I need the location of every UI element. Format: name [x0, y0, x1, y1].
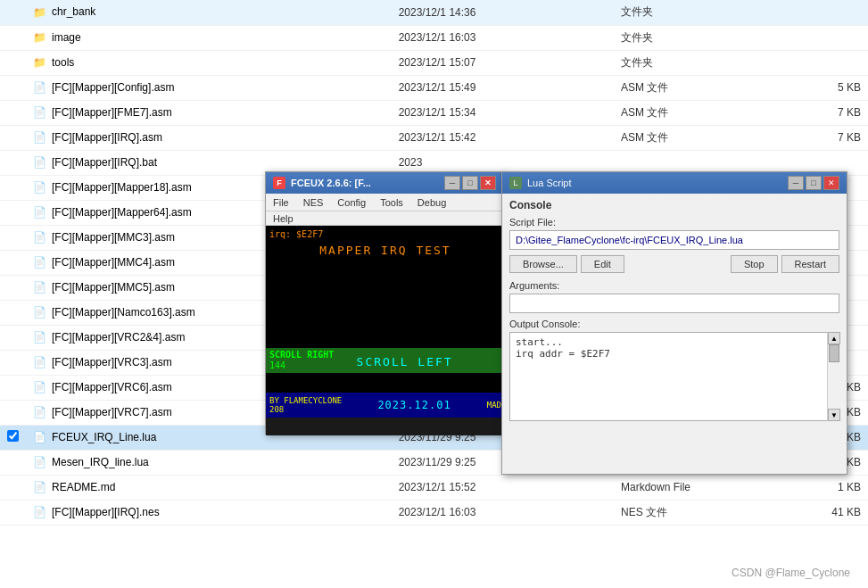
- fceux-helpbar: Help: [266, 211, 503, 226]
- table-row[interactable]: 📁tools2023/12/1 15:07文件夹: [0, 50, 868, 75]
- file-name-text: [FC][Mapper][IRQ].nes: [52, 506, 160, 518]
- file-name-text: [FC][Mapper][IRQ].bat: [52, 156, 157, 169]
- lua-buttons-row: Browse... Edit Stop Restart: [509, 255, 839, 273]
- file-name-text: [FC][Mapper][IRQ].asm: [52, 131, 162, 144]
- file-date-cell: 2023/12/1 16:03: [392, 500, 614, 525]
- lua-scrollbar[interactable]: ▲ ▼: [827, 332, 839, 421]
- lua-edit-button[interactable]: Edit: [581, 255, 624, 273]
- file-size-cell: 1 KB: [773, 475, 868, 500]
- lua-title-text: Lua Script: [527, 178, 788, 188]
- fceux-menu-file[interactable]: File: [269, 195, 293, 210]
- folder-icon: 📁: [33, 6, 46, 19]
- fceux-close-btn[interactable]: ✕: [480, 176, 496, 190]
- lua-script-file-label: Script File:: [509, 217, 839, 228]
- bat-icon: 📄: [33, 156, 46, 169]
- file-name-text: [FC][Mapper][Config].asm: [52, 81, 174, 94]
- md-icon: 📄: [33, 481, 46, 493]
- row-checkbox[interactable]: [7, 430, 19, 442]
- file-name-cell: 📄[FC][Mapper][FME7].asm: [26, 100, 392, 125]
- file-name-cell: 📄[FC][Mapper][IRQ].asm: [26, 125, 392, 150]
- lua-scrollbar-thumb[interactable]: [829, 344, 839, 362]
- fceux-menu-help[interactable]: Help: [269, 211, 297, 226]
- table-row[interactable]: 📁chr_bank2023/12/1 14:36文件夹: [0, 0, 868, 25]
- fceux-menu-nes[interactable]: NES: [300, 195, 327, 210]
- lua-icon: 📄: [33, 431, 46, 443]
- file-name-text: [FC][Mapper][VRC2&4].asm: [52, 331, 185, 344]
- fceux-scroll-num: 144: [269, 360, 285, 370]
- table-row[interactable]: 📄[FC][Mapper][IRQ].nes2023/12/1 16:03NES…: [0, 500, 868, 525]
- file-date-cell: 2023/12/1 15:52: [392, 475, 614, 500]
- folder-icon: 📁: [33, 31, 46, 44]
- asm-icon: 📄: [33, 331, 46, 344]
- output-line: irq addr = $E2F7: [516, 348, 823, 360]
- file-name-cell: 📄README.md: [26, 475, 392, 500]
- folder-icon: 📁: [33, 56, 46, 69]
- table-row[interactable]: 📄README.md2023/12/1 15:52Markdown File1 …: [0, 475, 868, 500]
- file-date-cell: 2023/12/1 16:03: [392, 25, 614, 50]
- file-name-text: tools: [52, 56, 74, 69]
- file-name-text: FCEUX_IRQ_Line.lua: [52, 431, 156, 443]
- file-name-text: README.md: [52, 481, 115, 493]
- fceux-window-controls: ─ □ ✕: [444, 176, 496, 190]
- fceux-bottom-right: MAD: [487, 401, 501, 410]
- file-name-text: [FC][Mapper][VRC7].asm: [52, 406, 172, 418]
- file-date-cell: 2023/12/1 14:36: [392, 0, 614, 25]
- lua-output-console: start...irq addr = $E2F7: [509, 332, 839, 421]
- fceux-menu-tools[interactable]: Tools: [376, 195, 407, 210]
- file-type-cell: ASM 文件: [614, 100, 773, 125]
- file-size-cell: 7 KB: [773, 100, 868, 125]
- asm-icon: 📄: [33, 406, 46, 418]
- file-date-cell: 2023/12/1 15:07: [392, 50, 614, 75]
- lua-scrollbar-up[interactable]: ▲: [828, 332, 840, 344]
- fceux-window: F FCEUX 2.6.6: [F... ─ □ ✕ File NES Conf…: [265, 171, 504, 435]
- fceux-maximize-btn[interactable]: □: [462, 176, 478, 190]
- fceux-bottom-num: 208: [269, 405, 342, 414]
- file-name-text: [FC][Mapper][Mapper64].asm: [52, 206, 192, 219]
- asm-icon: 📄: [33, 281, 46, 294]
- table-row[interactable]: 📁image2023/12/1 16:03文件夹: [0, 25, 868, 50]
- file-name-text: [FC][Mapper][Namco163].asm: [52, 306, 195, 319]
- fceux-title-text: FCEUX 2.6.6: [F...: [291, 178, 444, 188]
- lua-titlebar: L Lua Script ─ □ ✕: [502, 172, 847, 194]
- file-name-text: [FC][Mapper][FME7].asm: [52, 106, 172, 119]
- fceux-menu-config[interactable]: Config: [334, 195, 369, 210]
- asm-icon: 📄: [33, 206, 46, 219]
- table-row[interactable]: 📄[FC][Mapper][IRQ].asm2023/12/1 15:42ASM…: [0, 125, 868, 150]
- file-size-cell: 7 KB: [773, 125, 868, 150]
- lua-close-btn[interactable]: ✕: [823, 176, 839, 190]
- lua-script-window: L Lua Script ─ □ ✕ Console Script File: …: [501, 171, 847, 475]
- lua-restart-button[interactable]: Restart: [781, 255, 839, 273]
- lua-minimize-btn[interactable]: ─: [788, 176, 804, 190]
- fceux-title-icon: F: [273, 177, 285, 189]
- file-type-cell: NES 文件: [614, 500, 773, 525]
- nes-icon: 📄: [33, 506, 46, 518]
- asm-icon: 📄: [33, 106, 46, 119]
- file-type-cell: ASM 文件: [614, 125, 773, 150]
- fceux-minimize-btn[interactable]: ─: [444, 176, 460, 190]
- file-name-cell: 📄Mesen_IRQ_line.lua: [26, 450, 392, 475]
- lua-scrollbar-down[interactable]: ▼: [828, 409, 840, 421]
- lua-arguments-input[interactable]: [509, 294, 839, 313]
- asm-icon: 📄: [33, 181, 46, 194]
- lua-stop-button[interactable]: Stop: [731, 255, 778, 273]
- file-type-cell: 文件夹: [614, 0, 773, 25]
- file-size-cell: 5 KB: [773, 75, 868, 100]
- lua-title-icon: L: [509, 177, 522, 189]
- table-row[interactable]: 📄[FC][Mapper][Config].asm2023/12/1 15:49…: [0, 75, 868, 100]
- lua-maximize-btn[interactable]: □: [806, 176, 822, 190]
- lua-output-wrapper: start...irq addr = $E2F7 ▲ ▼: [509, 332, 839, 421]
- lua-window-controls: ─ □ ✕: [788, 176, 839, 190]
- table-row[interactable]: 📄[FC][Mapper][FME7].asm2023/12/1 15:34AS…: [0, 100, 868, 125]
- lua-script-path-input[interactable]: [509, 230, 839, 250]
- lua-browse-button[interactable]: Browse...: [509, 255, 577, 273]
- file-name-text: [FC][Mapper][MMC3].asm: [52, 231, 175, 244]
- file-date-cell: 2023/12/1 15:34: [392, 100, 614, 125]
- fceux-bottom-center: 2023.12.01: [377, 399, 451, 411]
- fceux-irq-text: irq: $E2F7: [269, 229, 323, 239]
- fceux-mapper-title: MAPPER IRQ TEST: [319, 244, 451, 257]
- file-type-cell: Markdown File: [614, 475, 773, 500]
- fceux-menu-debug[interactable]: Debug: [414, 195, 450, 210]
- fceux-menubar: File NES Config Tools Debug: [266, 194, 503, 211]
- file-size-cell: 41 KB: [773, 500, 868, 525]
- lua-output-label: Output Console:: [509, 319, 839, 329]
